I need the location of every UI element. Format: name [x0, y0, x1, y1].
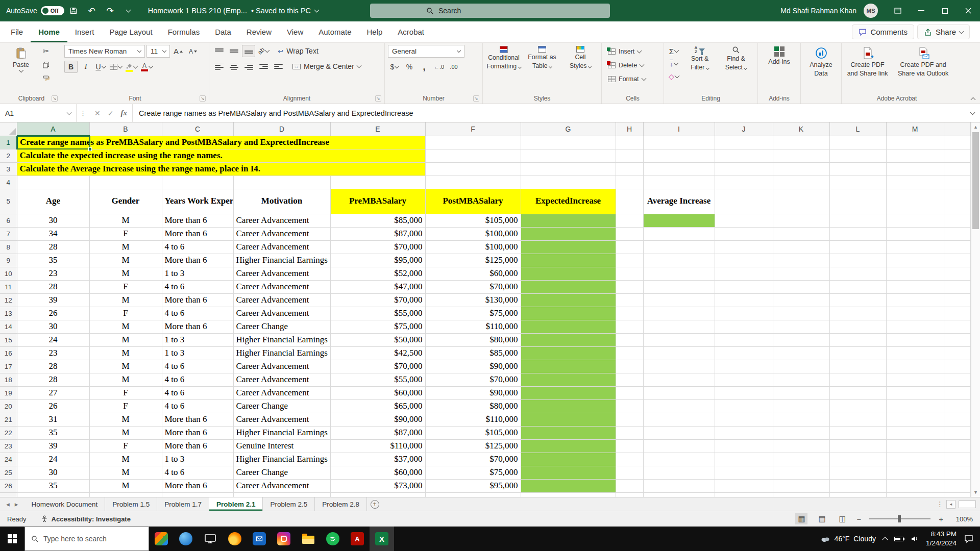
column-header-I[interactable]: I: [643, 122, 715, 136]
menu-tab-data[interactable]: Data: [207, 21, 239, 42]
cell-E14[interactable]: $75,000: [330, 320, 425, 333]
decrease-decimal-button[interactable]: .00: [447, 61, 460, 73]
font-size-select[interactable]: 11: [146, 45, 170, 58]
cancel-entry-icon[interactable]: ✕: [94, 109, 101, 117]
search-box[interactable]: Search: [370, 4, 610, 18]
cell-D9[interactable]: Higher Financial Earnings: [233, 254, 330, 267]
cell-J2[interactable]: [715, 149, 773, 162]
cell-J22[interactable]: [715, 426, 773, 439]
cell-H14[interactable]: [616, 320, 643, 333]
alignment-dialog-launcher[interactable]: ↘: [375, 95, 381, 102]
cell-L19[interactable]: [829, 386, 886, 399]
cell-E19[interactable]: $60,000: [330, 386, 425, 399]
share-button[interactable]: Share: [917, 24, 970, 39]
cell-I21[interactable]: [643, 413, 715, 426]
addins-button[interactable]: Add-ins: [764, 45, 795, 65]
cell-A20[interactable]: 26: [17, 399, 89, 413]
cell-A16[interactable]: 23: [17, 346, 89, 360]
cell-filler-6[interactable]: [944, 214, 971, 227]
taskbar-app-edge[interactable]: [174, 527, 198, 551]
row-header-27[interactable]: 27: [0, 492, 17, 497]
cell-A11[interactable]: 28: [17, 280, 89, 293]
menu-tab-review[interactable]: Review: [239, 21, 279, 42]
cell-M10[interactable]: [886, 267, 944, 280]
cell-E8[interactable]: $70,000: [330, 240, 425, 254]
row-header-4[interactable]: 4: [0, 176, 17, 189]
menu-tab-view[interactable]: View: [279, 21, 311, 42]
taskbar-search[interactable]: Type here to search: [24, 527, 149, 551]
insert-cells-button[interactable]: Insert: [605, 45, 644, 58]
cell-E12[interactable]: $70,000: [330, 293, 425, 307]
cell-E4[interactable]: [330, 176, 425, 189]
cell-I1[interactable]: [643, 136, 715, 149]
cell-K8[interactable]: [773, 240, 829, 254]
cell-E25[interactable]: $60,000: [330, 466, 425, 479]
accounting-format-button[interactable]: $: [388, 61, 401, 73]
taskbar-clock[interactable]: 8:43 PM 1/24/2024: [926, 530, 957, 547]
document-title[interactable]: Homework 1 BUS 210 (Emp... • Saved to th…: [148, 7, 318, 15]
cell-G17[interactable]: [521, 360, 616, 373]
cell-F26[interactable]: $95,000: [425, 479, 521, 492]
number-dialog-launcher[interactable]: ↘: [473, 95, 479, 102]
taskbar-app-firefox[interactable]: [223, 527, 247, 551]
cell-A13[interactable]: 26: [17, 307, 89, 320]
cell-C23[interactable]: More than 6: [162, 439, 233, 453]
cell-J12[interactable]: [715, 293, 773, 307]
cell-M26[interactable]: [886, 479, 944, 492]
cell-D8[interactable]: Career Advancement: [233, 240, 330, 254]
cell-G25[interactable]: [521, 466, 616, 479]
cell-K15[interactable]: [773, 333, 829, 346]
cell-A22[interactable]: 35: [17, 426, 89, 439]
cell-M5[interactable]: [886, 189, 944, 214]
quick-access-chevron[interactable]: [119, 2, 138, 20]
undo-button[interactable]: ↶: [83, 2, 101, 20]
cell-H23[interactable]: [616, 439, 643, 453]
cell-E18[interactable]: $55,000: [330, 373, 425, 386]
cell-L18[interactable]: [829, 373, 886, 386]
cell-G5[interactable]: ExpectedIncrease: [521, 189, 616, 214]
cell-G11[interactable]: [521, 280, 616, 293]
taskbar-app-spotify[interactable]: [321, 527, 345, 551]
row-header-3[interactable]: 3: [0, 162, 17, 176]
cell-M4[interactable]: [886, 176, 944, 189]
cell-D7[interactable]: Career Advancement: [233, 227, 330, 240]
cell-F9[interactable]: $125,000: [425, 254, 521, 267]
cell-L20[interactable]: [829, 399, 886, 413]
cell-G26[interactable]: [521, 479, 616, 492]
spreadsheet-table[interactable]: ABCDEFGHIJKLM1Create range names as PreM…: [0, 122, 971, 497]
cell-G2[interactable]: [521, 149, 616, 162]
cell-L23[interactable]: [829, 439, 886, 453]
cell-B26[interactable]: M: [89, 479, 162, 492]
cell-filler-7[interactable]: [944, 227, 971, 240]
cell-D18[interactable]: Career Advancement: [233, 373, 330, 386]
cell-K13[interactable]: [773, 307, 829, 320]
row-header-2[interactable]: 2: [0, 149, 17, 162]
cell-J1[interactable]: [715, 136, 773, 149]
cell-A3[interactable]: Calculate the Average Increase using the…: [17, 162, 425, 176]
fill-button[interactable]: ↓: [667, 58, 680, 70]
decrease-font-button[interactable]: A: [186, 45, 200, 58]
cell-J4[interactable]: [715, 176, 773, 189]
row-header-25[interactable]: 25: [0, 466, 17, 479]
cell-K24[interactable]: [773, 453, 829, 466]
cell-A6[interactable]: 30: [17, 214, 89, 227]
cell-filler-9[interactable]: [944, 254, 971, 267]
row-header-9[interactable]: 9: [0, 254, 17, 267]
zoom-level[interactable]: 100%: [951, 515, 973, 523]
cell-B13[interactable]: F: [89, 307, 162, 320]
cell-F15[interactable]: $80,000: [425, 333, 521, 346]
normal-view-button[interactable]: ▦: [795, 513, 807, 524]
row-header-17[interactable]: 17: [0, 360, 17, 373]
cell-A8[interactable]: 28: [17, 240, 89, 254]
cell-M24[interactable]: [886, 453, 944, 466]
row-header-19[interactable]: 19: [0, 386, 17, 399]
cell-H4[interactable]: [616, 176, 643, 189]
cell-B18[interactable]: M: [89, 373, 162, 386]
menu-tab-acrobat[interactable]: Acrobat: [390, 21, 432, 42]
zoom-out-button[interactable]: −: [856, 515, 861, 523]
increase-decimal-button[interactable]: ←.0: [432, 61, 446, 73]
cell-J26[interactable]: [715, 479, 773, 492]
cell-A25[interactable]: 30: [17, 466, 89, 479]
cell-G24[interactable]: [521, 453, 616, 466]
format-as-table-button[interactable]: Format as Table: [524, 45, 560, 70]
